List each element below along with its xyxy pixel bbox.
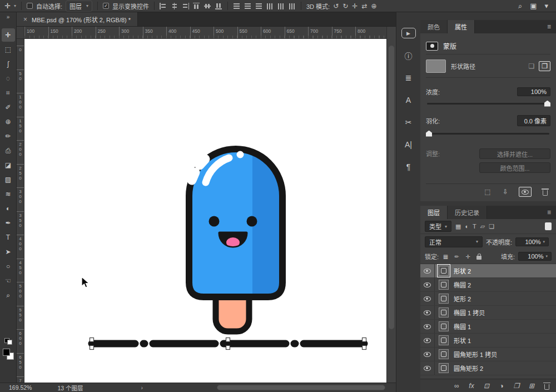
auto-select-checkbox[interactable] — [27, 3, 33, 9]
distribute-middle[interactable] — [244, 3, 251, 9]
distribute-top[interactable] — [233, 3, 240, 9]
status-chevron-icon[interactable]: › — [141, 384, 143, 391]
layer-name[interactable]: 椭圆 2 — [454, 280, 471, 289]
lock-position-icon[interactable]: ✛ — [464, 252, 471, 261]
lasso-tool[interactable]: ʃ — [2, 57, 15, 71]
horizontal-scrollbar-thumb[interactable] — [217, 385, 385, 390]
auto-select-target-dropdown[interactable]: 图层 ▾ — [66, 1, 92, 12]
eyedropper-tool[interactable]: ✐ — [2, 101, 15, 114]
align-center-h[interactable] — [171, 3, 178, 9]
align-bottom[interactable] — [215, 3, 222, 9]
filter-pixel-icon[interactable]: ▦ — [455, 223, 461, 230]
layer-thumbnail[interactable] — [439, 349, 449, 359]
zoom-level[interactable]: 169.52% — [9, 384, 32, 391]
blur-tool[interactable]: ≋ — [2, 187, 15, 201]
layer-thumbnail[interactable] — [439, 335, 449, 345]
info-icon[interactable]: ⓘ — [403, 50, 415, 61]
character-icon[interactable]: A| — [403, 139, 415, 150]
foreground-color-chip[interactable] — [3, 349, 10, 356]
hand-tool[interactable]: ☜ — [2, 274, 15, 287]
adjustments-icon[interactable]: ≣ — [403, 72, 415, 83]
layer-row[interactable]: 圆角矩形 1 拷贝 — [420, 348, 556, 361]
quick-selection-tool[interactable]: ◌ — [2, 72, 15, 85]
delete-mask-icon[interactable] — [540, 187, 549, 197]
eraser-tool[interactable]: ◪ — [2, 158, 15, 172]
layer-name[interactable]: 矩形 2 — [454, 294, 471, 303]
panel-menu-icon[interactable]: ≡ — [542, 20, 556, 33]
active-tool-icon[interactable]: ✛ — [4, 2, 11, 10]
new-layer-icon[interactable]: ⊞ — [528, 381, 535, 391]
vertical-scrollbar[interactable] — [386, 27, 396, 383]
layer-name[interactable]: 圆角矩形 2 — [454, 364, 483, 373]
filter-adjustment-icon[interactable]: ◐ — [465, 223, 469, 230]
panel-menu-icon[interactable]: ≡ — [542, 206, 556, 219]
layer-visibility-toggle[interactable] — [420, 348, 435, 361]
properties-button[interactable]: 选择并遮住... — [479, 148, 550, 159]
pixel-mask-icon[interactable]: ❏ — [528, 62, 534, 70]
align-middle[interactable] — [204, 3, 211, 9]
feather-value[interactable]: 0.0 像素 — [517, 115, 550, 126]
clone-stamp-tool[interactable]: ⎙ — [2, 144, 15, 157]
scale-3d-icon[interactable]: ⊕ — [371, 2, 376, 10]
layer-thumbnail[interactable] — [439, 294, 449, 304]
opacity-value[interactable]: 100% ▾ — [515, 237, 549, 246]
density-slider-knob[interactable] — [544, 101, 550, 107]
new-group-icon[interactable]: ❐ — [513, 381, 520, 391]
feather-slider[interactable] — [427, 133, 549, 135]
type-tool[interactable]: T — [2, 231, 15, 244]
document-tab[interactable]: × MBE.psd @ 170% (形状 2, RGB/8) * — [17, 12, 138, 26]
search-icon[interactable]: ⌕ — [518, 2, 522, 11]
layer-row[interactable]: 形状 2 — [420, 264, 556, 278]
orbit-3d-icon[interactable]: ↺ — [333, 2, 339, 10]
align-top[interactable] — [193, 3, 200, 9]
path-selection-tool[interactable]: ➤ — [2, 245, 15, 259]
align-left[interactable] — [160, 3, 167, 9]
layer-row[interactable]: 椭圆 1 拷贝 — [420, 306, 556, 320]
layer-name[interactable]: 椭圆 1 拷贝 — [454, 308, 485, 317]
distribute-right[interactable] — [289, 3, 296, 9]
layer-row[interactable]: 椭圆 2 — [420, 278, 556, 292]
gradient-tool[interactable]: ▨ — [2, 173, 15, 186]
toolbar-collapse-icon[interactable]: » — [7, 14, 10, 23]
link-layers-icon[interactable]: ∞ — [453, 381, 460, 391]
layer-thumbnail[interactable] — [439, 307, 449, 317]
move-tool[interactable]: ✛ — [2, 28, 15, 42]
layer-visibility-toggle[interactable] — [420, 361, 435, 375]
fill-value[interactable]: 100% ▾ — [518, 252, 552, 261]
canvas-artwork[interactable] — [24, 39, 386, 383]
layer-name[interactable]: 形状 1 — [454, 336, 471, 345]
layer-name[interactable]: 椭圆 1 — [454, 322, 471, 331]
lock-pixels-icon[interactable]: ✏ — [453, 252, 460, 261]
roll-3d-icon[interactable]: ↻ — [342, 2, 348, 10]
panel-tab[interactable]: 图层 — [420, 206, 448, 219]
vector-mask-icon[interactable]: ❐ — [539, 61, 550, 71]
filter-shape-icon[interactable]: ▱ — [480, 223, 485, 230]
apply-mask-icon[interactable]: ⇩ — [501, 187, 510, 197]
healing-brush-tool[interactable]: ⊕ — [2, 115, 15, 128]
default-colors-icon[interactable] — [4, 338, 12, 345]
workspace-chevron-icon[interactable]: ▾ — [544, 2, 548, 10]
layer-visibility-toggle[interactable] — [420, 278, 435, 291]
panel-tab[interactable]: 颜色 — [420, 20, 448, 33]
pan-3d-icon[interactable]: ✛ — [352, 2, 358, 10]
align-right[interactable] — [182, 3, 189, 9]
add-layer-mask-icon[interactable]: ⊡ — [483, 381, 490, 391]
brush-tool[interactable]: ✏ — [2, 130, 15, 143]
layer-visibility-toggle[interactable] — [420, 264, 435, 277]
lock-all-icon[interactable] — [475, 252, 483, 261]
delete-layer-icon[interactable] — [543, 381, 550, 391]
panel-tab[interactable]: 属性 — [448, 20, 475, 33]
properties-button[interactable]: 颜色范围... — [479, 162, 550, 173]
color-chips[interactable] — [2, 348, 14, 360]
layer-name[interactable]: 圆角矩形 1 拷贝 — [454, 350, 497, 359]
layer-visibility-toggle[interactable] — [420, 334, 435, 347]
vertical-scrollbar-thumb[interactable] — [389, 46, 394, 329]
mask-visibility-icon[interactable] — [519, 187, 532, 197]
crop-tool[interactable]: ⌗ — [2, 86, 15, 100]
layer-visibility-toggle[interactable] — [420, 306, 435, 319]
layer-thumbnail[interactable] — [439, 266, 449, 276]
layer-visibility-toggle[interactable] — [420, 292, 435, 305]
marquee-tool[interactable]: ⬚ — [2, 43, 15, 56]
workspace-icon[interactable]: ▣ — [530, 2, 537, 10]
distribute-bottom[interactable] — [255, 3, 262, 9]
